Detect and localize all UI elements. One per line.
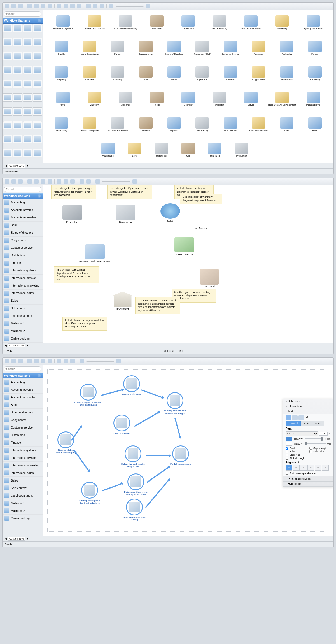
library-icon[interactable]: Phone — [142, 92, 171, 106]
thumbnail[interactable] — [3, 38, 12, 46]
tool-icon[interactable] — [48, 359, 52, 363]
sidebar-item[interactable]: Mailroom 2 — [3, 507, 43, 515]
zoom-in-icon[interactable] — [116, 359, 121, 363]
thumbnail[interactable] — [13, 38, 22, 46]
chk-bold[interactable]: Bold — [286, 447, 307, 450]
node-collect[interactable]: Collect images before and after earthqua… — [74, 384, 102, 406]
opacity-slider[interactable] — [305, 443, 326, 444]
sidebar-item[interactable]: Customer service — [3, 244, 43, 252]
node-lasting[interactable]: Determine earthquake lasting — [120, 499, 148, 521]
library-icon[interactable]: Quality — [48, 41, 74, 55]
tab-tabs[interactable]: Tabs — [301, 421, 312, 426]
sidebar-item[interactable]: International division — [3, 275, 43, 282]
close-icon[interactable]: × — [38, 374, 41, 377]
tool-icon[interactable] — [5, 359, 9, 363]
library-icon[interactable]: Server — [236, 92, 265, 106]
thumbnail[interactable] — [3, 24, 12, 32]
chk-italic[interactable]: Italic — [286, 450, 307, 453]
library-icon[interactable]: Customer Service — [218, 41, 244, 55]
sidebar-item[interactable]: Information systems — [3, 267, 43, 275]
thumbnail[interactable] — [23, 52, 32, 60]
thumbnail[interactable] — [13, 66, 22, 74]
font-select[interactable]: Calibri — [286, 431, 318, 436]
align-right-button[interactable]: ≡ — [300, 465, 307, 471]
sidebar-item[interactable]: Accounts payable — [3, 386, 43, 394]
thumbnail[interactable] — [33, 52, 42, 60]
section-behaviour[interactable]: Behaviour — [283, 399, 333, 404]
sidebar-item[interactable]: Distribution — [3, 252, 43, 259]
search-input[interactable] — [4, 11, 41, 17]
sidebar-item[interactable]: Online booking — [3, 515, 43, 522]
align-bottom-button[interactable]: ≡ — [322, 465, 329, 471]
thumbnail[interactable] — [23, 24, 32, 32]
zoom-slider[interactable] — [102, 181, 130, 182]
node-distance[interactable]: Determine distance to earthquake source — [120, 473, 151, 496]
node-sales[interactable]: Sales — [160, 203, 180, 222]
sidebar-item[interactable]: Online booking — [3, 335, 43, 343]
tool-icon[interactable] — [5, 179, 9, 184]
thumbnail[interactable] — [23, 80, 32, 88]
library-icon[interactable]: Treasurer — [218, 66, 244, 81]
thumbnail[interactable] — [33, 107, 42, 116]
sidebar-item[interactable]: Accounting — [3, 378, 43, 386]
thumbnail[interactable] — [3, 149, 12, 157]
thumbnail[interactable] — [23, 121, 32, 129]
callout-note[interactable]: This symbol represents a department of R… — [54, 266, 99, 283]
library-icon[interactable]: Warehouse — [96, 143, 120, 157]
library-icon[interactable]: Sales — [274, 117, 300, 132]
sidebar-item[interactable]: Mailroom 1 — [3, 320, 43, 327]
library-icon[interactable]: Payroll — [48, 92, 78, 106]
sidebar-item[interactable]: International marketing — [3, 282, 43, 290]
thumbnail[interactable] — [33, 149, 42, 157]
library-icon[interactable]: Car — [176, 143, 200, 157]
thumbnail[interactable] — [23, 149, 32, 157]
library-icon[interactable]: Production — [229, 143, 254, 157]
library-icon[interactable]: Packaging — [274, 41, 300, 55]
thumbnail[interactable] — [3, 93, 12, 102]
tool-icon[interactable] — [5, 4, 9, 8]
library-icon[interactable]: Finance — [133, 117, 159, 132]
node-model[interactable]: Model construction — [168, 445, 193, 465]
thumbnail[interactable] — [23, 135, 32, 143]
library-icon[interactable]: Online booking — [205, 15, 234, 30]
library-icon[interactable]: Suppliers — [77, 66, 103, 81]
tool-icon[interactable] — [70, 179, 75, 184]
node-magnitude[interactable]: Determine earthquake magnitude — [120, 445, 146, 468]
canvas[interactable]: Use this symbol for representing a Manuf… — [43, 185, 333, 343]
zoom-control[interactable]: ◀Custom 66%▼ — [5, 537, 29, 541]
panel-header[interactable]: Workflow diagrams × — [3, 18, 43, 24]
section-hypernote[interactable]: Hypernote — [283, 482, 333, 486]
library-icon[interactable]: Person — [105, 41, 131, 55]
sidebar-item[interactable]: Mailroom 2 — [3, 327, 43, 335]
close-icon[interactable]: × — [38, 19, 41, 22]
thumbnail[interactable] — [13, 93, 22, 102]
tool-icon[interactable] — [48, 4, 52, 8]
tab-more[interactable]: More — [312, 421, 324, 426]
library-icon[interactable]: Research and Development — [267, 92, 297, 106]
sidebar-item[interactable]: Accounts receivable — [3, 214, 43, 222]
sidebar-item[interactable]: Finance — [3, 439, 43, 447]
callout-note[interactable]: Use this symbol if you want to add in yo… — [107, 185, 152, 199]
library-icon[interactable]: Payment — [161, 117, 187, 132]
library-icon[interactable]: Box — [133, 66, 159, 81]
zoom-slider[interactable] — [116, 6, 144, 7]
align-center-button[interactable]: ≡ — [293, 465, 300, 471]
sidebar-item[interactable]: International sales — [3, 469, 43, 477]
library-icon[interactable]: Operator — [174, 92, 203, 106]
align-top-button[interactable]: ≡ — [307, 465, 314, 471]
tool-icon[interactable] — [18, 179, 23, 184]
canvas[interactable]: Information SystemsInternational Divisio… — [43, 10, 333, 163]
node-identify[interactable]: Identify earthquake dominating factors — [76, 482, 104, 504]
tool-icon[interactable] — [80, 179, 84, 184]
sidebar-item[interactable]: Accounts receivable — [3, 394, 43, 401]
library-icon[interactable]: Lorry — [122, 143, 147, 157]
callout-note[interactable]: Use this symbol for representing a Manuf… — [51, 185, 96, 199]
fill-swatch[interactable] — [286, 437, 292, 441]
node-rnd[interactable]: Research and Development — [79, 244, 111, 263]
node-investment[interactable]: Investment — [113, 292, 132, 310]
library-icon[interactable]: Person — [302, 41, 328, 55]
tool-icon[interactable] — [86, 179, 91, 184]
library-icon[interactable]: Sale Contract — [218, 117, 244, 132]
stroke-swatch[interactable] — [286, 442, 292, 446]
chk-superscript[interactable]: Superscript — [309, 447, 331, 450]
